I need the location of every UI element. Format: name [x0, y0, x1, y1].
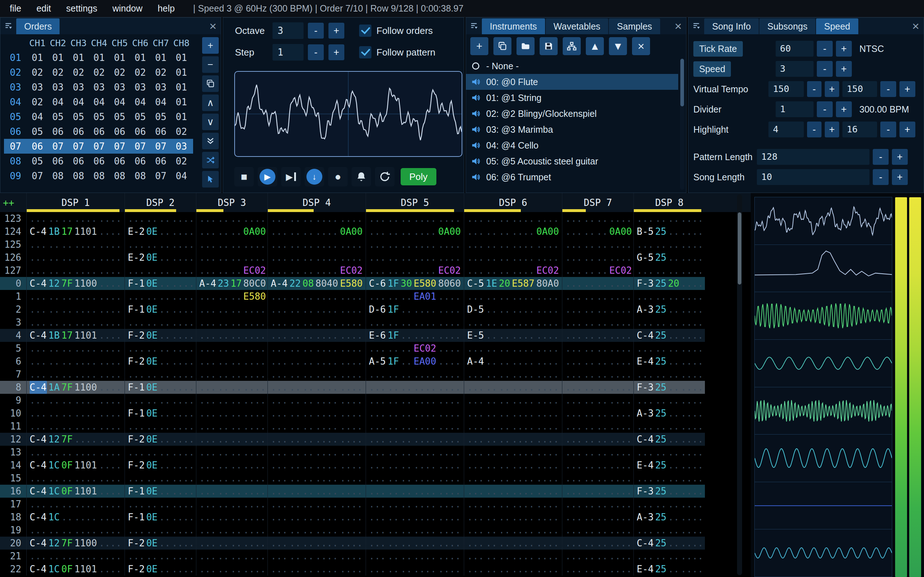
- channel-header-6[interactable]: DSP 6: [464, 193, 562, 212]
- pattern-cell[interactable]: ...........: [633, 238, 705, 251]
- pattern-cell[interactable]: ...............: [267, 316, 366, 329]
- order-number[interactable]: 02: [4, 67, 27, 78]
- pattern-cell[interactable]: ...........: [562, 420, 633, 433]
- pattern-cell[interactable]: C-41C0F1101....: [26, 562, 124, 575]
- pattern-cell[interactable]: ...........: [196, 446, 267, 459]
- pattern-cell[interactable]: F-10E......: [124, 303, 196, 316]
- channel-header-4[interactable]: DSP 4: [267, 193, 366, 212]
- order-cell[interactable]: 01: [171, 111, 192, 122]
- pattern-cell[interactable]: C-4127F1100....: [26, 277, 124, 290]
- pattern-length-decrease-button[interactable]: -: [873, 149, 888, 165]
- pattern-cell[interactable]: ...............: [26, 251, 124, 264]
- order-row-09[interactable]: 090708080808080704: [4, 168, 193, 183]
- pattern-cell[interactable]: ...........: [124, 316, 196, 329]
- pattern-cell[interactable]: ...............: [366, 485, 464, 498]
- order-cell[interactable]: 03: [68, 82, 89, 93]
- pattern-cell[interactable]: F-32520....: [633, 277, 705, 290]
- pattern-cell[interactable]: ...........0A00: [267, 225, 366, 238]
- pattern-cell[interactable]: ...............: [366, 381, 464, 394]
- play-button[interactable]: ▶: [258, 167, 277, 187]
- pattern-cell[interactable]: ...............: [464, 212, 562, 225]
- order-cell[interactable]: 02: [171, 126, 192, 137]
- pattern-length-increase-button[interactable]: +: [892, 149, 908, 165]
- pattern-cell[interactable]: ...............: [267, 562, 366, 575]
- pattern-cell[interactable]: G-525......: [633, 251, 705, 264]
- pattern-cell[interactable]: F-20E......: [124, 355, 196, 368]
- pattern-cell[interactable]: ...............: [267, 394, 366, 407]
- pattern-cell[interactable]: ...........: [124, 212, 196, 225]
- pattern-cell[interactable]: ...............: [366, 316, 464, 329]
- pattern-cell[interactable]: ...............: [26, 342, 124, 355]
- pattern-expand-button[interactable]: ++: [0, 193, 26, 212]
- order-cell[interactable]: 02: [171, 156, 192, 167]
- order-row-01[interactable]: 010101010101010101: [4, 50, 193, 65]
- pattern-cell[interactable]: F-20E......: [124, 329, 196, 342]
- pattern-cell[interactable]: ...........: [562, 303, 633, 316]
- order-change-mode-button[interactable]: [202, 152, 219, 168]
- pattern-cell[interactable]: ...........: [196, 407, 267, 420]
- highlight-major-increase-button[interactable]: +: [900, 121, 915, 137]
- order-number[interactable]: 05: [4, 111, 27, 122]
- channel-header-5[interactable]: DSP 5: [366, 193, 464, 212]
- close-icon[interactable]: ×: [908, 18, 924, 34]
- pattern-cell[interactable]: ...........: [124, 472, 196, 485]
- order-cell[interactable]: 08: [109, 171, 130, 181]
- order-cell[interactable]: 05: [27, 126, 48, 137]
- duplicate-order-end-button[interactable]: [202, 133, 219, 149]
- channel-header-7[interactable]: DSP 7: [562, 193, 633, 212]
- pattern-cell[interactable]: ...............: [26, 212, 124, 225]
- pattern-cell[interactable]: ...............: [26, 316, 124, 329]
- pattern-cell[interactable]: ...........EC02: [267, 264, 366, 277]
- pattern-cell[interactable]: ...........: [196, 524, 267, 537]
- pattern-cell[interactable]: ...........: [562, 342, 633, 355]
- menu-edit[interactable]: edit: [29, 3, 58, 14]
- pattern-cell[interactable]: ...........: [562, 394, 633, 407]
- pattern-cell[interactable]: ...............: [464, 368, 562, 381]
- speed-input[interactable]: 3: [775, 61, 814, 77]
- pattern-cell[interactable]: ...........: [196, 459, 267, 472]
- pattern-cell[interactable]: A-325......: [633, 407, 705, 420]
- order-cell[interactable]: 01: [130, 52, 150, 63]
- octave-decrease-button[interactable]: -: [308, 23, 324, 39]
- pattern-cell[interactable]: ...............: [464, 562, 562, 575]
- pattern-cell[interactable]: ...............: [366, 251, 464, 264]
- pattern-cell[interactable]: ...............: [366, 472, 464, 485]
- pattern-cell[interactable]: ...........: [124, 394, 196, 407]
- menu-settings[interactable]: settings: [58, 3, 105, 14]
- pattern-cell[interactable]: ...............: [26, 368, 124, 381]
- pattern-cell[interactable]: ...........: [196, 511, 267, 524]
- metronome-button[interactable]: [352, 167, 371, 187]
- instrument-item[interactable]: - None -: [466, 58, 678, 74]
- order-cell[interactable]: 04: [109, 97, 130, 108]
- pattern-cell[interactable]: ...........: [562, 511, 633, 524]
- pattern-cell[interactable]: ...........: [633, 550, 705, 562]
- pattern-cell[interactable]: ...............: [26, 303, 124, 316]
- pattern-cell[interactable]: ...............: [267, 433, 366, 446]
- pattern-cell[interactable]: ...........: [196, 550, 267, 562]
- pattern-cell[interactable]: ...............: [267, 420, 366, 433]
- order-cell[interactable]: 01: [171, 67, 192, 78]
- order-cell[interactable]: 01: [150, 52, 171, 63]
- speed-label[interactable]: Speed: [693, 61, 731, 77]
- order-cell[interactable]: 06: [68, 156, 89, 167]
- pattern-cell[interactable]: B-525......: [633, 225, 705, 238]
- order-cell[interactable]: 01: [171, 97, 192, 108]
- pattern-cell[interactable]: F-10E......: [124, 277, 196, 290]
- channel-header-8[interactable]: DSP 8: [633, 193, 705, 212]
- pattern-cell[interactable]: ...............: [464, 290, 562, 303]
- pattern-cell[interactable]: C-41C0F1101....: [26, 459, 124, 472]
- order-cell[interactable]: 07: [150, 141, 171, 152]
- pattern-cell[interactable]: ...............: [267, 537, 366, 550]
- pattern-cell[interactable]: ...............: [26, 355, 124, 368]
- order-cell[interactable]: 05: [150, 111, 171, 122]
- order-cell[interactable]: 06: [27, 141, 48, 152]
- order-cell[interactable]: 04: [48, 97, 68, 108]
- pattern-cell[interactable]: ...........: [196, 329, 267, 342]
- pattern-cell[interactable]: ...........: [196, 381, 267, 394]
- pattern-cell[interactable]: ...............: [464, 498, 562, 511]
- pattern-cell[interactable]: ...............: [267, 303, 366, 316]
- pattern-cell[interactable]: ...............: [267, 485, 366, 498]
- order-cell[interactable]: 01: [109, 52, 130, 63]
- pattern-cell[interactable]: ...............: [366, 562, 464, 575]
- order-cell[interactable]: 08: [89, 171, 109, 181]
